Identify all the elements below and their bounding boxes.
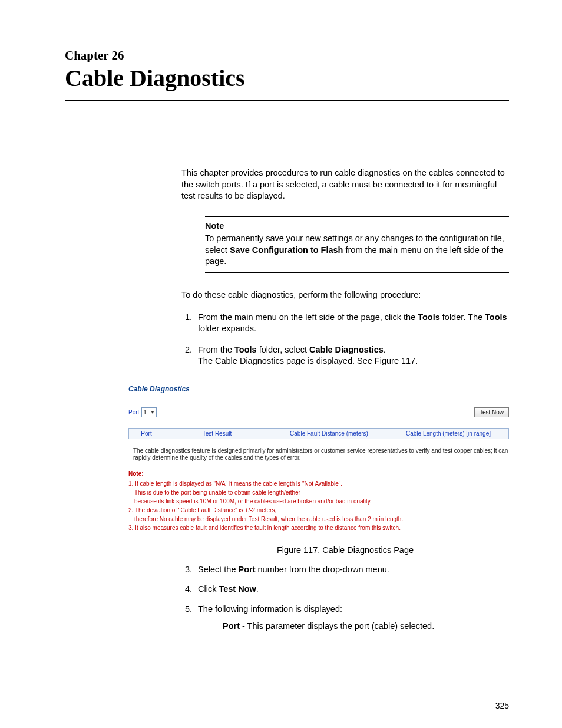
table-header-row: Port Test Result Cable Fault Distance (m… (129, 428, 509, 439)
col-port: Port (129, 428, 164, 439)
screenshot-note-1a: This is due to the port being unable to … (128, 488, 509, 497)
port-dropdown[interactable]: 1 ▼ (141, 407, 156, 417)
results-table: Port Test Result Cable Fault Distance (m… (128, 428, 509, 439)
step-2-bold-2: Cable Diagnostics (309, 345, 384, 354)
figure-caption: Figure 117. Cable Diagnostics Page (181, 545, 509, 555)
page-number: 325 (495, 701, 509, 710)
note-text-bold: Save Configuration to Flash (230, 245, 343, 255)
step-3-bold: Port (239, 565, 256, 574)
procedure-list-continued: Select the Port number from the drop-dow… (181, 564, 509, 633)
chapter-label: Chapter 26 (65, 48, 509, 63)
test-now-button[interactable]: Test Now (474, 407, 509, 417)
step-3: Select the Port number from the drop-dow… (194, 564, 509, 576)
screenshot-note-2a: therefore No cable may be displayed unde… (128, 515, 509, 523)
step-4-bold: Test Now (219, 584, 256, 594)
step-5: The following information is displayed: … (194, 604, 509, 633)
step-2-text-a: From the (198, 345, 234, 354)
col-cable-length: Cable Length (meters) [in range] (388, 428, 509, 439)
step-4: Click Test Now. (194, 584, 509, 595)
screenshot-note-1: 1. If cable length is displayed as "N/A"… (128, 480, 342, 487)
note-box: Note To permanently save your new settin… (205, 216, 509, 273)
screenshot-note-2: 2. The deviation of "Cable Fault Distanc… (128, 507, 276, 513)
intro-paragraph: This chapter provides procedures to run … (181, 167, 509, 202)
step-4-text-a: Click (198, 584, 219, 594)
screenshot-note: Note: 1. If cable length is displayed as… (128, 469, 509, 532)
step-1-bold-2: Tools (485, 312, 507, 322)
step-2-bold-1: Tools (234, 345, 257, 354)
step-2: From the Tools folder, select Cable Diag… (194, 344, 509, 367)
step-5-subitem: Port - This parameter displays the port … (223, 621, 509, 633)
screenshot-note-3: 3. It also measures cable fault and iden… (128, 525, 401, 531)
screenshot-note-heading: Note: (128, 469, 509, 478)
lead-text: To do these cable diagnostics, perform t… (181, 289, 509, 301)
step-1: From the main menu on the left side of t… (194, 312, 509, 335)
col-test-result: Test Result (164, 428, 270, 439)
procedure-list: From the main menu on the left side of t… (181, 312, 509, 367)
step-2-text-e: . (384, 345, 386, 354)
screenshot-toolbar: Port 1 ▼ Test Now (128, 407, 509, 417)
step-1-text-e: folder expands. (198, 324, 256, 333)
page: Chapter 26 Cable Diagnostics This chapte… (0, 0, 562, 728)
chapter-title: Cable Diagnostics (65, 64, 509, 101)
port-label: Port (128, 409, 139, 416)
col-fault-distance: Cable Fault Distance (meters) (270, 428, 388, 439)
screenshot-title: Cable Diagnostics (128, 385, 509, 393)
step-1-text-a: From the main menu on the left side of t… (198, 312, 418, 322)
step-5-text: The following information is displayed: (198, 604, 342, 614)
screenshot-cable-diagnostics: Cable Diagnostics Port 1 ▼ Test Now Port (128, 385, 509, 532)
step-3-text-a: Select the (198, 565, 239, 574)
port-dropdown-value: 1 (143, 409, 147, 416)
step-1-bold-1: Tools (418, 312, 440, 322)
port-selector-group: Port 1 ▼ (128, 407, 157, 417)
screenshot-description: The cable diagnostics feature is designe… (133, 447, 509, 462)
note-label: Note (205, 220, 509, 232)
body-column: This chapter provides procedures to run … (181, 167, 509, 367)
step-5-sub-bold: Port (223, 621, 240, 631)
chevron-down-icon: ▼ (150, 409, 155, 416)
step-4-text-c: . (256, 584, 259, 594)
step-2-text-c: folder, select (257, 345, 309, 354)
step-1-text-c: folder. The (440, 312, 485, 322)
step-3-text-c: number from the drop-down menu. (256, 565, 389, 574)
step-2-line2: The Cable Diagnostics page is displayed.… (198, 356, 418, 365)
step-5-sub-text: - This parameter displays the port (cabl… (240, 621, 434, 631)
screenshot-note-1b: because its link speed is 10M or 100M, o… (128, 497, 509, 506)
